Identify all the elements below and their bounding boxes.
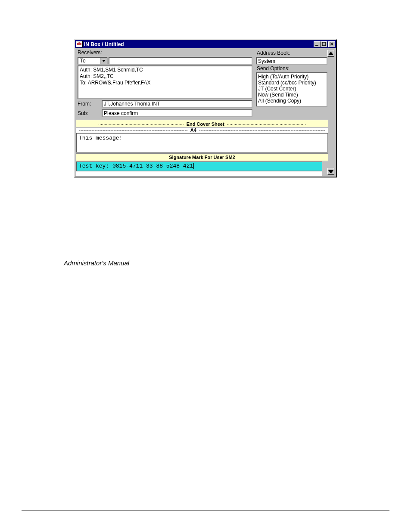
svg-marker-4 (102, 60, 106, 62)
receiver-line: To: ARROWS,Frau Pfeffer,FAX (80, 80, 250, 86)
address-book-label: Address Book: (255, 49, 328, 57)
scroll-down-button[interactable] (327, 168, 334, 175)
app-window: IN Box / Untitled (74, 39, 337, 177)
scroll-up-button[interactable] (327, 50, 334, 57)
window-title: IN Box / Untitled (84, 41, 312, 47)
end-cover-sheet-divider: ........................................… (76, 120, 328, 128)
text-cursor (193, 163, 194, 169)
vertical-scrollbar[interactable] (328, 49, 335, 176)
send-options-list[interactable]: High (To/Auth Priority) Standard (cc/bcc… (256, 72, 327, 107)
end-cover-sheet-label: End Cover Sheet (187, 121, 224, 127)
address-book-field[interactable]: System (256, 57, 327, 65)
minimize-button[interactable] (314, 41, 321, 47)
manual-reference: Administrator's Manual (64, 259, 411, 267)
right-panel: Address Book: System Send Options: High … (255, 49, 328, 120)
close-button[interactable] (328, 41, 335, 47)
left-panel: Receivers: To Auth: SM1,SM1 Schmid,TC (76, 49, 254, 120)
from-value: JT,Johannes Thoma,INT (104, 101, 160, 107)
window-body: Receivers: To Auth: SM1,SM1 Schmid,TC (75, 48, 336, 177)
receivers-list[interactable]: Auth: SM1,SM1 Schmid,TC Auth: SM2,,TC To… (78, 65, 252, 99)
blank-area (76, 171, 322, 176)
svg-rect-1 (322, 42, 326, 46)
send-option: JT (Cost Center) (258, 86, 325, 92)
page-bottom-rule (22, 510, 389, 510)
maximize-button[interactable] (321, 41, 327, 47)
send-option: All (Sending Copy) (258, 98, 325, 104)
send-option: Standard (cc/bcc Priority) (258, 80, 325, 86)
send-option: High (To/Auth Priority) (258, 74, 325, 80)
to-combo[interactable]: To (78, 57, 108, 65)
from-field[interactable]: JT,Johannes Thoma,INT (102, 100, 252, 108)
message-body-text: This message! (79, 135, 122, 141)
to-input[interactable] (109, 57, 252, 65)
svg-marker-2 (328, 52, 334, 56)
to-combo-value: To (78, 58, 100, 64)
svg-rect-0 (315, 45, 318, 46)
sub-label: Sub: (78, 110, 100, 116)
inbox-app-icon (76, 41, 83, 47)
signature-label: Signature Mark For User SM2 (169, 155, 235, 160)
test-key-value: Test key: 0815-4711 33 88 5248 421 (79, 163, 193, 169)
sub-value: Please confirm (104, 110, 138, 116)
receivers-label: Receivers: (78, 50, 102, 56)
send-options-label: Send Options: (255, 65, 328, 72)
window-titlebar: IN Box / Untitled (75, 40, 336, 48)
from-label: From: (78, 101, 100, 107)
test-key-field[interactable]: Test key: 0815-4711 33 88 5248 421 (76, 162, 322, 171)
a4-divider: ----------------------------------------… (76, 128, 328, 133)
address-book-value: System (258, 58, 275, 64)
window-controls (314, 41, 335, 47)
header-panels: Receivers: To Auth: SM1,SM1 Schmid,TC (76, 49, 328, 120)
svg-marker-3 (328, 170, 334, 174)
a4-label: A4 (190, 128, 196, 133)
sub-field[interactable]: Please confirm (102, 109, 252, 117)
message-body[interactable]: This message! (76, 133, 328, 152)
page-top-rule (22, 26, 389, 26)
signature-divider: Signature Mark For User SM2 (76, 153, 328, 161)
receiver-line: Auth: SM2,,TC (80, 73, 250, 80)
content-area: ........................................… (76, 120, 328, 177)
send-option: Now (Send Time) (258, 92, 325, 98)
receiver-line: Auth: SM1,SM1 Schmid,TC (80, 67, 250, 73)
chevron-down-icon[interactable] (100, 58, 107, 64)
